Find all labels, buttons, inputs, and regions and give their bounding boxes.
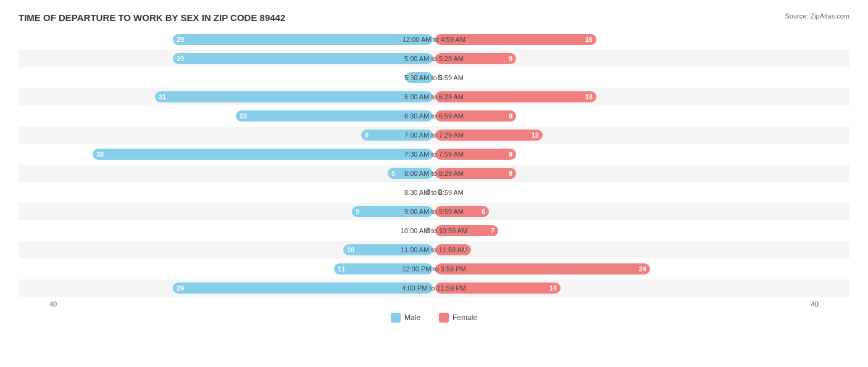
chart-row: 38 7:30 AM to 7:59 AM 9 — [19, 146, 849, 163]
male-zero-val: 0 — [426, 226, 433, 235]
bars-container: 29 5:00 AM to 5:29 AM 9 — [49, 50, 819, 67]
male-value: 29 — [177, 55, 184, 62]
male-bar-area: 31 — [49, 91, 434, 103]
female-bar-area: 9 — [434, 148, 819, 160]
female-bar-area: 24 — [434, 263, 819, 275]
female-color-swatch — [439, 313, 449, 323]
female-value: 4 — [464, 246, 467, 254]
legend-female-label: Female — [453, 313, 477, 322]
male-value: 22 — [240, 112, 247, 120]
female-bar: 9 — [435, 110, 516, 122]
bars-container: 0 10:00 AM to 10:59 AM 7 — [49, 222, 819, 239]
female-bar-area: 9 — [434, 110, 819, 122]
bars-container: 29 12:00 AM to 4:59 AM 18 — [49, 31, 819, 48]
female-bar: 18 — [435, 91, 596, 102]
chart-row: 0 8:30 AM to 8:59 AM 0 — [19, 184, 849, 201]
chart-row: 11 12:00 PM to 3:59 PM 24 — [19, 260, 849, 278]
chart-row: 10 11:00 AM to 11:59 AM 4 — [19, 241, 849, 258]
chart-row: 22 6:30 AM to 6:59 AM 9 — [19, 107, 849, 125]
female-value: 7 — [491, 227, 495, 234]
bars-container: 29 4:00 PM to 11:59 PM 14 — [49, 279, 819, 297]
chart-row: 29 4:00 PM to 11:59 PM 14 — [19, 279, 849, 297]
female-zero-val: 0 — [435, 188, 442, 197]
chart-row: 5 8:00 AM to 8:29 AM 9 — [19, 165, 849, 182]
male-bar-area: 11 — [49, 263, 434, 275]
female-bar: 7 — [435, 225, 498, 236]
female-bar-area: 7 — [434, 225, 819, 237]
male-value: 11 — [338, 265, 345, 273]
male-value: 10 — [347, 246, 354, 254]
female-zero-val: 0 — [435, 73, 442, 82]
male-bar: 3 — [406, 72, 433, 83]
female-bar: 12 — [435, 130, 543, 141]
male-value: 38 — [96, 151, 104, 158]
legend-male-label: Male — [404, 313, 420, 322]
chart-title: TIME OF DEPARTURE TO WORK BY SEX IN ZIP … — [19, 12, 285, 23]
bars-container: 31 6:00 AM to 6:29 AM 18 — [49, 88, 819, 105]
male-bar: 29 — [173, 53, 433, 64]
male-value: 9 — [356, 208, 359, 215]
bars-container: 11 12:00 PM to 3:59 PM 24 — [49, 260, 819, 278]
male-bar: 31 — [155, 91, 433, 102]
chart-row: 29 5:00 AM to 5:29 AM 9 — [19, 50, 849, 67]
male-bar-area: 5 — [49, 167, 434, 179]
female-value: 18 — [585, 36, 593, 43]
bars-container: 8 7:00 AM to 7:29 AM 12 — [49, 126, 819, 144]
female-bar-area: 18 — [434, 91, 819, 103]
female-bar-area: 0 — [434, 186, 819, 199]
male-bar-area: 22 — [49, 110, 434, 122]
male-value: 29 — [177, 284, 184, 292]
male-bar-area: 29 — [49, 33, 434, 46]
female-bar-area: 18 — [434, 33, 819, 46]
male-bar: 29 — [173, 282, 433, 294]
chart-area: 29 12:00 AM to 4:59 AM 18 29 5:00 AM to … — [19, 31, 849, 297]
bars-container: 5 8:00 AM to 8:29 AM 9 — [49, 165, 819, 182]
bars-container: 10 11:00 AM to 11:59 AM 4 — [49, 241, 819, 258]
legend-female: Female — [439, 313, 477, 323]
male-bar: 5 — [388, 168, 433, 179]
female-bar: 9 — [435, 168, 516, 179]
female-value: 18 — [585, 93, 593, 101]
female-bar: 6 — [435, 206, 489, 217]
legend: Male Female — [19, 313, 849, 323]
female-bar: 9 — [435, 149, 516, 160]
bars-container: 9 9:00 AM to 9:59 AM 6 — [49, 203, 819, 220]
chart-row: 9 9:00 AM to 9:59 AM 6 — [19, 203, 849, 220]
female-bar-area: 9 — [434, 167, 819, 179]
male-bar-area: 29 — [49, 52, 434, 65]
axis-left-val: 40 — [49, 300, 57, 308]
male-value: 3 — [409, 74, 413, 81]
female-bar-area: 6 — [434, 205, 819, 218]
female-value: 9 — [509, 55, 512, 62]
female-bar: 14 — [435, 282, 561, 294]
male-bar-area: 38 — [49, 148, 434, 160]
female-value: 9 — [509, 170, 512, 177]
male-bar: 11 — [334, 263, 433, 274]
chart-row: 29 12:00 AM to 4:59 AM 18 — [19, 31, 849, 48]
chart-row: 31 6:00 AM to 6:29 AM 18 — [19, 88, 849, 105]
male-zero-val: 0 — [426, 188, 433, 197]
male-bar: 22 — [236, 110, 433, 122]
male-color-swatch — [391, 313, 401, 323]
male-bar-area: 10 — [49, 244, 434, 256]
female-bar-area: 14 — [434, 282, 819, 294]
female-bar: 18 — [435, 34, 596, 45]
chart-row: 8 7:00 AM to 7:29 AM 12 — [19, 126, 849, 144]
male-value: 31 — [159, 93, 166, 101]
male-bar-area: 0 — [49, 225, 434, 237]
male-value: 29 — [177, 36, 184, 43]
male-bar-area: 0 — [49, 186, 434, 199]
chart-row: 3 5:30 AM to 5:59 AM 0 — [19, 69, 849, 86]
male-bar: 29 — [173, 34, 433, 45]
male-bar-area: 8 — [49, 129, 434, 141]
male-bar: 8 — [361, 130, 433, 141]
bars-container: 38 7:30 AM to 7:59 AM 9 — [49, 146, 819, 163]
female-bar-area: 0 — [434, 72, 819, 84]
male-value: 5 — [391, 170, 395, 177]
female-value: 12 — [532, 131, 539, 139]
female-value: 24 — [639, 265, 646, 273]
female-bar-area: 12 — [434, 129, 819, 141]
bars-container: 22 6:30 AM to 6:59 AM 9 — [49, 107, 819, 125]
axis-right-val: 40 — [811, 300, 819, 308]
female-bar-area: 9 — [434, 52, 819, 65]
